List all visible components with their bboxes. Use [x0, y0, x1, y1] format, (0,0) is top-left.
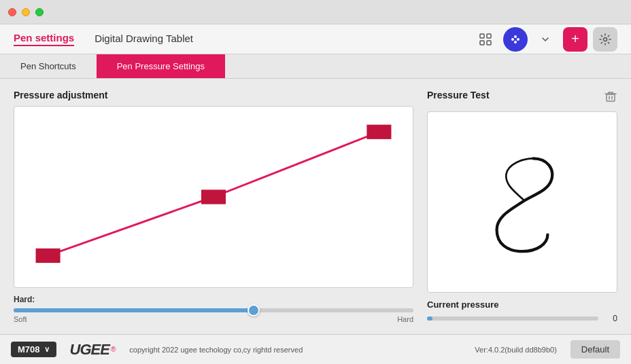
tab-pen-settings[interactable]: Pen settings — [14, 32, 74, 46]
pressure-bar-track — [427, 316, 598, 321]
svg-line-9 — [48, 197, 214, 255]
grid-view-button[interactable] — [473, 27, 498, 52]
copyright-text: copyright 2022 ugee techology co,cy righ… — [129, 346, 461, 354]
add-button[interactable]: + — [563, 27, 587, 52]
current-pressure-label: Current pressure — [427, 299, 617, 310]
main-content: Pressure adjustment Hard: Soft Hard — [0, 79, 631, 334]
top-nav: Pen settings Digital Drawing Tablet — [0, 24, 631, 54]
svg-rect-12 — [201, 189, 226, 204]
svg-point-7 — [514, 41, 517, 43]
slider-hard-label: Hard — [397, 315, 413, 323]
hard-label: Hard: — [14, 295, 413, 304]
svg-rect-0 — [480, 34, 484, 38]
pressure-test-canvas[interactable] — [427, 111, 617, 293]
left-panel: Pressure adjustment Hard: Soft Hard — [14, 90, 413, 323]
bottom-bar: M708 ∨ UGEE ® copyright 2022 ugee techol… — [0, 334, 631, 364]
nav-tabs: Pen settings Digital Drawing Tablet — [14, 32, 193, 46]
maximize-button[interactable] — [35, 8, 44, 16]
svg-rect-2 — [480, 41, 484, 45]
svg-rect-1 — [487, 34, 491, 38]
version-text: Ver:4.0.2(build dd8b9b0) — [475, 346, 556, 354]
dots-button[interactable] — [503, 27, 528, 52]
pressure-bar-container: 0 — [427, 314, 617, 323]
tab-pen-pressure-settings[interactable]: Pen Pressure Settings — [97, 54, 225, 78]
svg-rect-3 — [487, 41, 491, 45]
ugee-logo-container: UGEE ® — [70, 341, 116, 359]
svg-point-6 — [514, 35, 517, 38]
clear-icon[interactable] — [604, 90, 617, 106]
device-dropdown-icon: ∨ — [44, 345, 50, 354]
slider-thumb[interactable] — [248, 304, 260, 316]
dropdown-button[interactable] — [533, 27, 558, 52]
svg-point-5 — [517, 38, 519, 41]
tab-pen-shortcuts[interactable]: Pen Shortcuts — [0, 54, 97, 78]
svg-point-4 — [511, 38, 514, 41]
slider-labels: Soft Hard — [14, 315, 413, 323]
settings-button[interactable] — [593, 27, 617, 52]
title-bar — [0, 0, 631, 24]
pressure-graph[interactable] — [14, 106, 413, 288]
pressure-test-title: Pressure Test — [427, 90, 490, 101]
svg-rect-11 — [36, 249, 61, 263]
slider-fill — [14, 308, 254, 312]
svg-rect-13 — [366, 125, 391, 139]
right-panel-header: Pressure Test — [427, 90, 617, 106]
sub-tabs: Pen Shortcuts Pen Pressure Settings — [0, 54, 631, 79]
ugee-registered-mark: ® — [111, 346, 116, 353]
device-selector[interactable]: M708 ∨ — [11, 342, 56, 357]
pressure-slider-container — [14, 308, 413, 312]
pressure-bar-fill — [427, 316, 432, 321]
slider-track — [14, 308, 413, 312]
svg-line-10 — [214, 132, 379, 197]
pressure-value: 0 — [604, 314, 617, 323]
svg-rect-14 — [607, 94, 615, 101]
svg-point-8 — [604, 37, 607, 41]
close-button[interactable] — [8, 8, 16, 16]
minimize-button[interactable] — [22, 8, 30, 16]
tab-digital-drawing-tablet[interactable]: Digital Drawing Tablet — [95, 33, 193, 46]
right-panel: Pressure Test Current pressure — [427, 90, 617, 323]
slider-soft-label: Soft — [14, 315, 27, 323]
device-name: M708 — [18, 344, 40, 354]
ugee-logo: UGEE — [70, 341, 109, 359]
default-button[interactable]: Default — [570, 340, 620, 359]
pressure-adjustment-title: Pressure adjustment — [14, 90, 413, 101]
nav-controls: + — [473, 27, 617, 52]
